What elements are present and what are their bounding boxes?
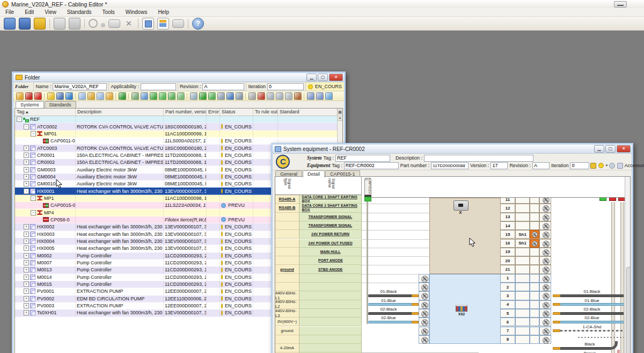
signal-type-cell[interactable]: 440V-60Hz-L2 [275, 300, 299, 309]
menu-file[interactable]: File [0, 8, 19, 16]
tab-systems[interactable]: Systems [16, 101, 44, 108]
signal-type-cell[interactable]: RS485-A [275, 195, 299, 204]
equipment-tag-input[interactable] [344, 162, 399, 169]
folder-tool-icon-5[interactable] [56, 92, 64, 100]
copy-icon[interactable] [54, 18, 65, 30]
signal-name-cell[interactable]: 24V POWER RETURN [299, 230, 362, 239]
folder-tool-icon-10[interactable] [97, 92, 104, 100]
equipment-minimize-button[interactable]: ▁ [594, 145, 604, 153]
folder-tool-icon-6[interactable] [65, 92, 73, 100]
folder-tool-icon-11[interactable] [106, 92, 113, 100]
status-dropdown-icon[interactable] [598, 163, 604, 168]
save-icon[interactable] [19, 18, 31, 30]
expander-icon[interactable]: + [24, 282, 29, 287]
expander-icon[interactable]: + [24, 296, 29, 301]
screw-terminal-icon[interactable] [421, 293, 428, 300]
expander-icon[interactable]: − [31, 131, 36, 136]
menu-windows[interactable]: Windows [120, 8, 153, 16]
folder-minimize-button[interactable]: ▁ [306, 74, 317, 81]
signal-name-cell[interactable]: 24V POWER OUT FUSED [299, 239, 362, 248]
tree-row-ATC0002[interactable]: −ATC0002ROTORK CVA CONTROL VALVE ACTUATO… [15, 123, 342, 130]
revision-input[interactable] [202, 83, 244, 90]
folder-tool-icon-15[interactable] [131, 92, 139, 100]
screw-terminal-icon[interactable] [543, 284, 550, 291]
screw-terminal-icon[interactable] [421, 319, 428, 326]
tree-row-REF[interactable]: −REF [15, 116, 342, 123]
screw-terminal-icon[interactable] [421, 284, 428, 291]
expander-icon[interactable]: + [24, 160, 29, 165]
scrollbar-thumb[interactable] [626, 267, 631, 353]
folder-tool-icon-1[interactable] [25, 92, 33, 100]
screw-terminal-icon[interactable] [543, 276, 550, 283]
folder-tool-icon-33[interactable] [285, 92, 292, 100]
folder-tool-icon-4[interactable] [47, 92, 55, 100]
folder-tool-icon-16[interactable] [141, 92, 148, 100]
folder-tool-icon-29[interactable] [248, 92, 256, 100]
screw-terminal-icon[interactable] [543, 232, 550, 239]
expander-icon[interactable]: + [24, 224, 29, 229]
folder-tool-icon-0[interactable] [16, 92, 24, 100]
screw-terminal-icon[interactable] [421, 302, 428, 309]
system-tag-input[interactable] [335, 155, 390, 162]
expander-icon[interactable]: + [24, 174, 29, 179]
equipment-maximize-button[interactable]: ▢ [605, 145, 616, 153]
connector-x-icon[interactable] [453, 200, 469, 211]
signal-type-cell[interactable]: ground [275, 327, 299, 335]
screw-terminal-icon[interactable] [543, 258, 550, 265]
folder-tool-icon-30[interactable] [258, 92, 265, 100]
globe-icon[interactable] [609, 163, 615, 169]
name-input[interactable] [53, 83, 107, 90]
signal-type-cell[interactable]: 440V-60Hz-L1 [275, 291, 299, 300]
comment-icon[interactable] [108, 19, 120, 28]
zoom-icon[interactable] [89, 19, 98, 28]
folder-tool-icon-18[interactable] [159, 92, 166, 100]
diagram-scrollbar[interactable] [625, 177, 630, 353]
folder-maximize-button[interactable]: ▢ [318, 74, 328, 81]
screw-terminal-icon[interactable] [543, 249, 550, 256]
screw-terminal-icon[interactable] [543, 328, 550, 335]
folder-tool-icon-19[interactable] [168, 92, 175, 100]
column-header-tag[interactable]: Tag ▴ [15, 109, 76, 116]
part-number-input[interactable] [431, 162, 469, 169]
signal-name-cell[interactable]: PORT ANODE [299, 256, 362, 265]
delete-x-icon[interactable]: × [123, 18, 134, 29]
export-check-icon[interactable] [34, 18, 46, 30]
screw-terminal-icon[interactable] [543, 266, 550, 273]
applicability-input[interactable] [141, 83, 176, 90]
screw-terminal-icon[interactable] [421, 311, 428, 318]
screw-terminal-icon[interactable] [421, 337, 428, 344]
signal-name-cell[interactable]: TRANSFORMER SIGNAL [299, 221, 362, 230]
lock-icon[interactable] [590, 163, 596, 169]
screw-terminal-icon[interactable] [543, 302, 550, 309]
expander-icon[interactable]: + [24, 289, 29, 294]
expander-icon[interactable]: + [24, 310, 29, 315]
screw-terminal-icon[interactable] [543, 214, 550, 221]
screw-terminal-icon[interactable] [421, 328, 428, 335]
folder-tool-icon-38[interactable] [325, 92, 333, 100]
expander-icon[interactable]: + [24, 275, 29, 280]
column-header-part-number-version[interactable]: Part number, version [164, 109, 207, 116]
folder-tool-icon-25[interactable] [217, 92, 225, 100]
app-minimize-button[interactable] [614, 1, 627, 8]
signal-name-cell[interactable]: STBD ANODE [299, 265, 362, 273]
expander-icon[interactable]: + [24, 303, 29, 308]
folder-tool-icon-23[interactable] [199, 92, 207, 100]
iteration-input[interactable] [267, 83, 304, 90]
iteration-input-eq[interactable] [570, 162, 589, 169]
folder-tool-icon-20[interactable] [177, 92, 185, 100]
folder-tool-icon-13[interactable] [119, 92, 126, 100]
menu-standards[interactable]: Standards [62, 8, 97, 16]
tab-standards[interactable]: Standards [45, 101, 76, 108]
signal-type-cell[interactable]: 440V-60Hz-L3 [275, 309, 299, 318]
screw-terminal-icon[interactable] [543, 241, 550, 248]
screw-terminal-icon[interactable] [543, 311, 550, 318]
expander-icon[interactable]: + [24, 239, 29, 244]
screw-terminal-icon[interactable] [543, 205, 550, 212]
expander-icon[interactable]: + [24, 253, 29, 258]
folder-tool-icon-32[interactable] [276, 92, 283, 100]
signal-type-cell[interactable]: ground [275, 265, 299, 273]
report-frame-icon[interactable] [157, 18, 169, 30]
screw-terminal-icon[interactable] [421, 276, 428, 283]
column-header-error[interactable]: Error [207, 109, 220, 116]
signal-type-cell[interactable]: 4-20mA [275, 344, 299, 352]
